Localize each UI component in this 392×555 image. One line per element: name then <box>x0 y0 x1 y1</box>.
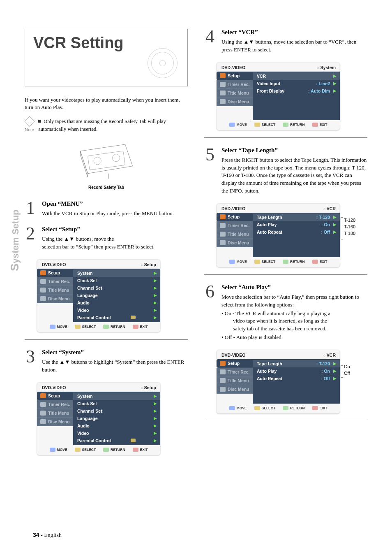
select-icon <box>75 448 81 452</box>
sidebar-item-timer[interactable]: Timer Rec. <box>217 80 253 89</box>
menu-row-clock[interactable]: Clock Set▶ <box>73 277 160 284</box>
chevron-right-icon: ▶ <box>154 438 157 443</box>
menu-row-system[interactable]: System▶ <box>73 269 160 277</box>
chevron-right-icon: ▶ <box>333 369 337 373</box>
tape-length-callout: T-120 T-160 T-180 <box>344 203 355 237</box>
exit-icon <box>133 448 138 452</box>
sidebar-item-timer[interactable]: Timer Rec. <box>37 277 73 286</box>
menu-row-video[interactable]: Video▶ <box>73 307 160 314</box>
move-icon <box>229 260 235 264</box>
note-icon <box>24 116 35 127</box>
menu-row-parental[interactable]: Parental Control▶ <box>73 437 160 444</box>
menu-row-clock[interactable]: Clock Set▶ <box>73 400 160 407</box>
sidebar-item-timer[interactable]: Timer Rec. <box>217 368 253 376</box>
menu-row-auto-repeat[interactable]: Auto Repeat: Off▶ <box>253 375 340 382</box>
sidebar-item-disc-menu[interactable]: Disc Menu <box>217 239 253 247</box>
move-icon <box>229 406 235 410</box>
chevron-right-icon: ▶ <box>154 394 157 398</box>
svg-point-2 <box>159 60 165 66</box>
osd-setup-2: DVD-VIDEOSetup Setup Timer Rec. Title Me… <box>37 382 160 455</box>
cassette-icon <box>76 140 137 181</box>
menu-row-channel[interactable]: Channel Set▶ <box>73 407 160 415</box>
disc-icon <box>40 296 46 301</box>
osd-vcr-autoplay: DVD-VIDEOVCR Setup Timer Rec. Title Menu… <box>217 350 340 413</box>
menu-row-video[interactable]: Video▶ <box>73 430 160 437</box>
move-icon <box>50 325 55 329</box>
chevron-right-icon: ▶ <box>154 286 157 290</box>
exit-icon <box>312 260 318 264</box>
chevron-right-icon: ▶ <box>154 315 157 320</box>
divider <box>25 339 188 340</box>
gear-icon <box>220 361 226 366</box>
sidebar-item-disc-menu[interactable]: Disc Menu <box>217 98 253 106</box>
sidebar-item-title-menu[interactable]: Title Menu <box>217 230 253 239</box>
chevron-right-icon: ▶ <box>154 416 157 420</box>
sidebar-item-disc-menu[interactable]: Disc Menu <box>217 385 253 394</box>
menu-row-parental[interactable]: Parental Control▶ <box>73 314 160 321</box>
divider <box>204 137 367 138</box>
step-5: 5 Select “Tape Length” Press the RIGHT b… <box>204 147 367 195</box>
chevron-right-icon: ▶ <box>333 215 337 219</box>
step-6: 6 Select “Auto Play” Move the selection … <box>204 284 367 341</box>
sidebar-item-disc-menu[interactable]: Disc Menu <box>37 295 73 303</box>
sidebar-item-title-menu[interactable]: Title Menu <box>217 89 253 98</box>
sidebar-item-setup[interactable]: Setup <box>217 72 253 80</box>
sidebar-item-title-menu[interactable]: Title Menu <box>217 376 253 385</box>
exit-icon <box>312 406 318 410</box>
menu-row-language[interactable]: Language▶ <box>73 292 160 299</box>
clock-icon <box>220 369 226 374</box>
sidebar-item-title-menu[interactable]: Title Menu <box>37 409 73 418</box>
menu-row-tape-length[interactable]: Tape Length: T-120▶ <box>253 360 340 367</box>
menu-row-audio[interactable]: Audio▶ <box>73 299 160 307</box>
sidebar-item-title-menu[interactable]: Title Menu <box>37 286 73 295</box>
svg-point-0 <box>148 49 178 78</box>
gear-icon <box>220 214 226 219</box>
select-icon <box>254 260 260 264</box>
menu-row-audio[interactable]: Audio▶ <box>73 422 160 430</box>
return-icon <box>103 448 109 452</box>
menu-row-video-input[interactable]: Video Input: Line2▶ <box>253 80 340 87</box>
chevron-right-icon: ▶ <box>333 88 337 93</box>
menu-row-language[interactable]: Language▶ <box>73 415 160 422</box>
clock-icon <box>220 223 226 228</box>
menu-row-system[interactable]: System▶ <box>73 392 160 400</box>
chevron-right-icon: ▶ <box>154 409 157 413</box>
menu-row-auto-play[interactable]: Auto Play: On▶ <box>253 221 340 228</box>
disc-icon <box>40 419 46 424</box>
sidebar-item-setup[interactable]: Setup <box>217 359 253 368</box>
disc-icon <box>220 99 226 104</box>
cassette-figure: Record Safety Tab <box>25 140 188 190</box>
menu-row-auto-repeat[interactable]: Auto Repeat: Off▶ <box>253 228 340 236</box>
osd-vcr-tape: DVD-VIDEOVCR Setup Timer Rec. Title Menu… <box>217 203 340 267</box>
chevron-right-icon: ▶ <box>333 361 337 366</box>
return-icon <box>283 123 288 127</box>
chevron-right-icon: ▶ <box>154 308 157 312</box>
chevron-right-icon: ▶ <box>333 81 337 86</box>
exit-icon <box>312 123 318 127</box>
menu-row-vcr[interactable]: VCR▶ <box>253 72 340 80</box>
chevron-right-icon: ▶ <box>154 431 157 435</box>
chevron-right-icon: ▶ <box>154 401 157 406</box>
sidebar-item-disc-menu[interactable]: Disc Menu <box>37 418 73 426</box>
sidebar-item-setup[interactable]: Setup <box>37 392 73 400</box>
note-block: Note Only tapes that are missing the Rec… <box>25 118 188 133</box>
clock-icon <box>40 402 46 407</box>
chevron-right-icon: ▶ <box>154 271 157 275</box>
chevron-right-icon: ▶ <box>333 74 337 78</box>
sidebar-item-setup[interactable]: Setup <box>37 269 73 277</box>
menu-row-auto-play[interactable]: Auto Play: On▶ <box>253 367 340 375</box>
sidebar-item-setup[interactable]: Setup <box>217 213 253 221</box>
chevron-right-icon: ▶ <box>333 376 337 381</box>
divider <box>204 421 367 421</box>
sidebar-item-timer[interactable]: Timer Rec. <box>217 221 253 230</box>
menu-row-front-display[interactable]: Front Display: Auto Dim▶ <box>253 87 340 95</box>
return-icon <box>103 325 109 329</box>
gear-icon <box>40 270 46 275</box>
chevron-right-icon: ▶ <box>154 300 157 305</box>
chevron-right-icon: ▶ <box>154 278 157 283</box>
sidebar-item-timer[interactable]: Timer Rec. <box>37 400 73 409</box>
menu-row-tape-length[interactable]: Tape Length: T-120▶ <box>253 214 340 221</box>
return-icon <box>283 406 288 410</box>
menu-row-channel[interactable]: Channel Set▶ <box>73 284 160 292</box>
clock-icon <box>220 82 226 87</box>
